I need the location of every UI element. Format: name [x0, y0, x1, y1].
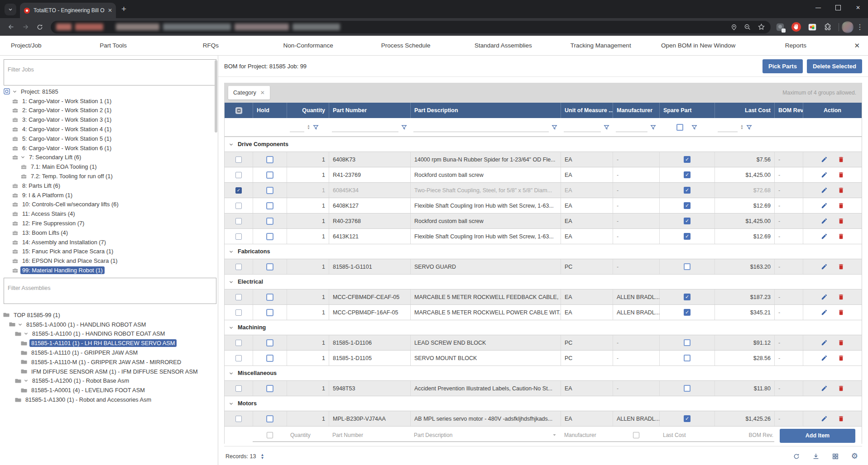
tree-item[interactable]: 6: Cargo-Vator - Work Station 6 (1)	[0, 143, 218, 153]
tree-item[interactable]: 14: Assembly and Installation (7)	[0, 237, 218, 247]
bookmark-star-icon[interactable]	[758, 23, 765, 31]
filter-input[interactable]	[718, 122, 738, 132]
tree-item[interactable]: 11: Access Stairs (4)	[0, 209, 218, 218]
delete-trash-icon[interactable]	[838, 339, 844, 346]
nav-item-rfqs[interactable]: RFQs	[162, 42, 259, 49]
filter-input[interactable]	[290, 122, 304, 132]
spare-part-checkbox[interactable]: ✓	[684, 218, 691, 224]
row-select-checkbox[interactable]	[235, 309, 242, 316]
remove-group-icon[interactable]: ✕	[260, 90, 265, 96]
export-download-icon[interactable]	[812, 453, 820, 460]
tree-item[interactable]: 16: EPSON Pick and Place Scara (1)	[0, 256, 218, 266]
settings-gear-icon[interactable]: ⚙	[851, 452, 858, 460]
edit-pencil-icon[interactable]	[821, 202, 828, 209]
window-minimize-button[interactable]: —	[808, 0, 828, 15]
tree-item[interactable]: 99: Material Handling Robot (1)	[0, 266, 218, 275]
row-select-checkbox[interactable]	[235, 157, 242, 163]
nav-item-project-job[interactable]: Project/Job	[8, 42, 64, 49]
spare-part-checkbox[interactable]	[684, 339, 691, 346]
header-cell-Part Number[interactable]: Part Number	[329, 103, 410, 118]
header-cell-BOM Rev.[interactable]: BOM Rev.	[774, 103, 803, 118]
edit-pencil-icon[interactable]	[821, 415, 828, 422]
edit-pencil-icon[interactable]	[821, 294, 828, 300]
delete-trash-icon[interactable]	[838, 156, 844, 163]
tree-item[interactable]: 81585-1-A1300 (1) - Robot and Accessorie…	[0, 395, 218, 404]
hold-checkbox[interactable]	[266, 218, 273, 225]
edit-pencil-icon[interactable]	[821, 309, 828, 316]
hold-checkbox[interactable]	[266, 233, 273, 240]
edit-pencil-icon[interactable]	[821, 156, 828, 163]
filter-input[interactable]	[413, 122, 549, 132]
nav-item-tracking-management[interactable]: Tracking Management	[552, 42, 649, 49]
row-select-checkbox[interactable]	[235, 385, 242, 392]
table-row[interactable]: ✓160845K34Two-Piece Shaft Coupling, Stee…	[225, 182, 862, 198]
nav-item-process-schedule[interactable]: Process Schedule	[357, 42, 454, 49]
filter-spinner[interactable]: ▲▼	[307, 124, 310, 130]
extension-icon[interactable]	[775, 22, 785, 32]
spare-part-checkbox[interactable]	[684, 355, 691, 361]
delete-trash-icon[interactable]	[838, 355, 844, 361]
tree-item[interactable]: 7.2: Temp. Tooling for run off (1)	[0, 171, 218, 181]
delete-trash-icon[interactable]	[838, 187, 844, 194]
tree-item[interactable]: 1: Cargo-Vator - Work Station 1 (1)	[0, 96, 218, 106]
spare-part-checkbox[interactable]: ✓	[684, 171, 691, 178]
address-bar[interactable]	[51, 21, 771, 33]
add-spare-checkbox[interactable]	[633, 432, 639, 438]
hold-checkbox[interactable]	[266, 171, 273, 179]
filter-spinner[interactable]: ▲▼	[740, 124, 743, 130]
group-chip-category[interactable]: Category ✕	[228, 86, 270, 100]
spare-part-checkbox[interactable]: ✓	[684, 309, 691, 316]
tree-item[interactable]: IFM DIFFUSE SENSOR ASM (1) - IFM DIFFUSE…	[0, 367, 218, 376]
edit-pencil-icon[interactable]	[821, 355, 828, 361]
refresh-icon[interactable]	[793, 453, 800, 460]
table-row[interactable]: 1MCC-CFBM4DF-CEAF-05MARCABLE 5 METER ROC…	[225, 289, 862, 304]
window-close-button[interactable]: ✕	[848, 0, 868, 15]
tree-item[interactable]: 81585-1-A1000 (1) - HANDLING ROBOT ASM	[0, 320, 218, 329]
table-row[interactable]: 1MPL-B230P-VJ74AAAB MPL series servo mot…	[225, 411, 862, 426]
tree-item[interactable]: 81585-1-A1110-M (1) - GRIPPER JAW ASM - …	[0, 357, 218, 367]
table-row[interactable]: 16408K7314000 rpm Buna-N Rubber Spider f…	[225, 152, 862, 167]
delete-trash-icon[interactable]	[838, 415, 844, 422]
group-header[interactable]: Fabricatons	[225, 244, 862, 259]
tree-item[interactable]: 12: Fire Suppression (7)	[0, 218, 218, 228]
reload-button[interactable]	[34, 21, 46, 33]
tree-item[interactable]: TOP 81585-99 (1)	[0, 310, 218, 320]
tree-item[interactable]: 4: Cargo-Vator - Work Station 4 (1)	[0, 124, 218, 134]
tree-item[interactable]: 81585-1-A1110 (1) - GRIPPER JAW ASM	[0, 348, 218, 357]
filter-input[interactable]	[332, 122, 398, 132]
edit-pencil-icon[interactable]	[821, 171, 828, 178]
row-select-checkbox[interactable]	[235, 416, 242, 422]
header-cell-Quantity[interactable]: Quantity	[287, 103, 329, 118]
tree-item[interactable]: Project: 81585	[0, 87, 218, 96]
edit-pencil-icon[interactable]	[821, 233, 828, 240]
row-select-checkbox[interactable]	[235, 233, 242, 240]
adblock-hand-icon[interactable]	[791, 22, 801, 32]
edit-pencil-icon[interactable]	[821, 187, 828, 194]
extensions-puzzle-icon[interactable]	[823, 23, 832, 32]
tree-item[interactable]: 3: Cargo-Vator - Work Station 3 (1)	[0, 115, 218, 124]
hold-checkbox[interactable]	[266, 202, 273, 209]
hold-checkbox[interactable]	[266, 415, 273, 422]
table-row[interactable]: 15948T53Accident Prevention Illustrated …	[225, 380, 862, 396]
records-stepper[interactable]: ▲▼	[260, 453, 264, 460]
nav-item-non-conformance[interactable]: Non-Conformance	[259, 42, 357, 49]
header-cell-Hold[interactable]: Hold	[253, 103, 287, 118]
nav-item-part-tools[interactable]: Part Tools	[64, 42, 162, 49]
row-select-checkbox[interactable]	[235, 203, 242, 209]
delete-trash-icon[interactable]	[838, 263, 844, 270]
tree-item[interactable]: 81585-1-A1100 (1) - HANDING ROBOT EOAT A…	[0, 329, 218, 339]
add-hold-checkbox[interactable]	[267, 432, 273, 438]
header-cell-Last Cost[interactable]: Last Cost	[715, 103, 774, 118]
nav-item-reports[interactable]: Reports	[747, 42, 844, 49]
table-row[interactable]: 1MCC-CPBM4DF-16AF-05MARCABLE 5 METER ROC…	[225, 304, 862, 320]
group-header[interactable]: Miscellaneous	[225, 365, 862, 380]
hold-checkbox[interactable]	[266, 156, 273, 163]
column-chooser-icon[interactable]	[832, 453, 839, 460]
row-select-checkbox[interactable]	[235, 340, 242, 346]
tree-item[interactable]: 2: Cargo-Vator - Work Station 2 (1)	[0, 106, 218, 115]
table-row[interactable]: 181585-1-D1105SERVO MOUNT BLOCKPC-$28.56…	[225, 350, 862, 365]
tree-item[interactable]: 81585-1-A1200 (1) - Robot Base Asm	[0, 376, 218, 386]
row-select-checkbox[interactable]: ✓	[235, 187, 242, 194]
window-maximize-button[interactable]	[828, 0, 848, 15]
forward-button[interactable]	[19, 21, 32, 33]
